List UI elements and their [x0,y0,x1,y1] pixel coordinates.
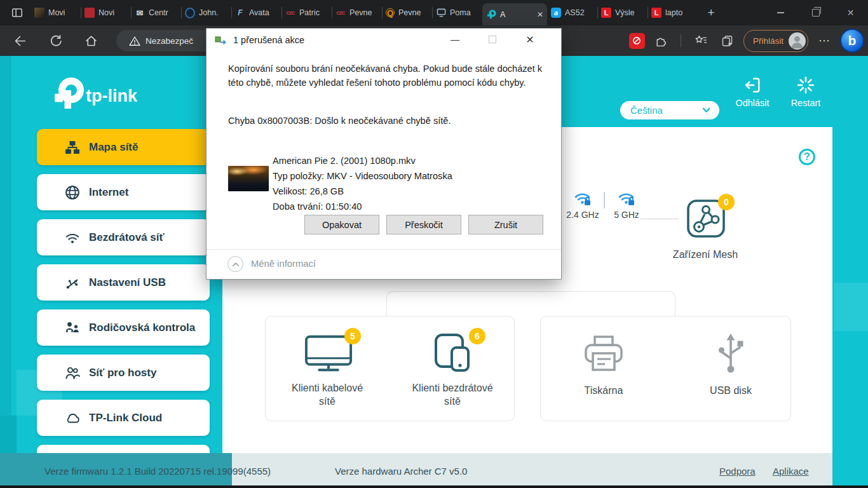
window-controls: ✕ [763,0,868,25]
sidebar-item-label: Síť pro hosty [89,367,156,379]
language-select[interactable]: Čeština [620,101,719,119]
signin-button[interactable]: Přihlásit [743,30,808,52]
restart-label: Restart [788,98,824,108]
wifi-24ghz-icon[interactable] [574,191,592,206]
ring-favicon [185,8,195,18]
tab-laptop[interactable]: Llapto [648,0,698,25]
sidebar-item-parental-controls[interactable]: Rodičovská kontrola [37,309,210,346]
movie-favicon [34,8,44,18]
sidebar-item-internet[interactable]: Internet [37,174,210,210]
tplink-favicon [486,10,496,20]
forum-favicon: F [235,8,245,18]
bing-sidebar-button[interactable]: b [840,29,864,53]
globe-icon [65,185,80,200]
tab-tplink-active[interactable]: A ✕ [482,3,547,25]
monitor-favicon [436,8,446,18]
window-bottom-edge [0,485,868,488]
skip-button[interactable]: Přeskočit [386,215,461,234]
logout-button[interactable]: Odhlásit [735,76,770,108]
printer-icon [583,336,624,372]
retry-button[interactable]: Opakovat [304,215,379,234]
printer-tile[interactable] [583,336,624,375]
vertical-tabs-button[interactable] [6,4,28,22]
sidebar-item-wireless[interactable]: Bezdrátová síť [37,219,210,255]
collections-button[interactable] [717,30,738,51]
file-name: American Pie 2. (2001) 1080p.mkv [273,153,452,168]
tab-patriot[interactable]: CZCPatric [281,0,332,25]
signin-label: Přihlásit [753,36,783,46]
wifi-icon [65,230,80,245]
toolbar-divider [681,34,681,47]
cloud-icon [65,410,80,426]
tab-alza[interactable]: aAS52 [547,0,597,25]
home-icon [85,34,98,48]
favorites-star-icon [694,34,708,48]
new-tab-button[interactable]: + [702,3,721,22]
tab-john[interactable]: John. [181,0,231,25]
sidebar-item-label: Internet [89,186,128,199]
usb-disk-tile[interactable] [715,333,747,376]
sidebar-item-label: Mapa sítě [89,141,138,154]
tab-pevne-1[interactable]: CZCPevne [332,0,382,25]
window-minimize-button[interactable] [763,0,798,25]
copy-error-dialog: 1 přerušená akce — ✕ Kopírování souboru … [206,28,562,280]
sidebar-item-usb-settings[interactable]: Nastavení USB [37,264,210,301]
less-info-toggle[interactable] [227,256,243,272]
tab-avatar[interactable]: FAvata [231,0,281,25]
usb-disk-icon [715,333,747,374]
dialog-close-button[interactable]: ✕ [516,29,544,50]
file-info: American Pie 2. (2001) 1080p.mkv Typ pol… [273,153,452,214]
extensions-button[interactable] [650,30,672,51]
dialog-minimize-button[interactable]: — [441,29,469,50]
l-favicon: L [651,8,661,18]
dialog-message: Kopírování souboru brání neočekávaná chy… [228,62,551,90]
firmware-version: Verze firmwaru 1.2.1 Build 20220715 rel.… [44,466,271,477]
sidebar-item-label: Nastavení USB [89,276,166,289]
mesh-count-badge: 0 [718,194,735,210]
back-button[interactable] [9,30,31,51]
dialog-maximize-button[interactable] [478,29,506,50]
tab-movie[interactable]: Movi [31,0,81,25]
sidebar-item-label: Bezdrátová síť [89,231,165,244]
wifi-divider [604,192,605,208]
alza-favicon: a [551,8,561,18]
sidebar-item-guest-network[interactable]: Síť pro hosty [37,355,210,391]
support-link[interactable]: Podpora [719,466,756,477]
cancel-button[interactable]: Zrušit [468,215,543,234]
home-button[interactable] [80,30,102,51]
window-restore-button[interactable] [798,0,833,25]
tab-pomalu[interactable]: Poma [432,0,482,25]
address-text: Nezabezpeč [146,36,193,46]
mesh-label: Zařízení Mesh [661,248,750,261]
dialog-title: 1 přerušená akce [233,35,304,45]
tab-vysledky[interactable]: LVýsle [597,0,648,25]
wireless-clients-tile[interactable] [434,333,471,375]
tab-centrum[interactable]: ✉Centr [131,0,181,25]
help-button[interactable]: ? [799,149,815,165]
chevron-down-icon [702,107,710,113]
more-menu-button[interactable]: ⋯ [813,30,835,51]
adblock-extension-button[interactable] [629,33,645,49]
favorites-button[interactable] [690,30,712,51]
tab-close-button[interactable]: ✕ [537,10,543,19]
refresh-button[interactable] [44,30,66,51]
usb-devices-card [540,316,791,421]
tab-noviny[interactable]: Novi [81,0,131,25]
czc-favicon: CZC [336,8,346,18]
restart-button[interactable]: Restart [788,76,824,108]
wireless-clients-icon [434,333,471,372]
wireless-clients-label: Klienti bezdrátové sítě [405,381,500,408]
sidebar-item-tplink-cloud[interactable]: TP-Link Cloud [37,400,210,436]
wifi-5ghz-icon[interactable] [618,191,635,206]
restart-icon [797,76,815,94]
mesh-connector-line [641,219,679,219]
svg-text:tp-link: tp-link [86,86,138,105]
window-close-button[interactable]: ✕ [833,0,868,25]
q-favicon: Q [386,8,395,17]
dialog-error-code: Chyba 0x8007003B: Došlo k neočekávané ch… [228,116,551,126]
apps-link[interactable]: Aplikace [773,466,809,477]
tab-pevne-2[interactable]: QPevne [382,0,432,25]
language-value: Čeština [630,105,663,116]
hardware-version: Verze hardwaru Archer C7 v5.0 [335,466,467,477]
sidebar-item-network-map[interactable]: Mapa sítě [37,129,210,165]
